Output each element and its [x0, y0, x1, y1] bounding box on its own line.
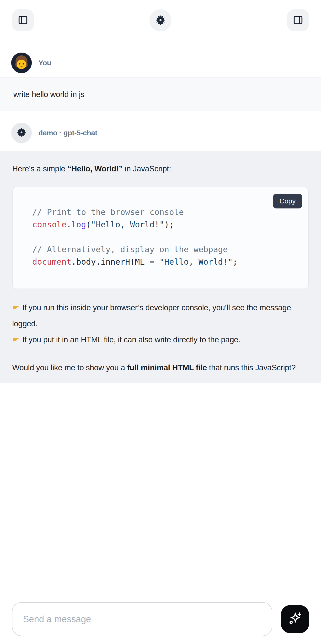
code-line: [32, 231, 295, 243]
user-avatar: [11, 52, 32, 73]
assistant-intro-text: Here’s a simple “Hello, World!” in JavaS…: [12, 163, 309, 175]
assistant-message-header: demo · gpt-5-chat: [0, 111, 321, 151]
user-message-body: write hello world in js: [0, 78, 321, 111]
app-logo-button[interactable]: [150, 9, 171, 31]
code-block: Copy // Print to the browser consolecons…: [12, 187, 309, 289]
chat-thread: You write hello world in js: [0, 41, 321, 383]
assistant-paragraph-question: Would you like me to show you a full min…: [12, 360, 309, 376]
top-bar: [0, 0, 321, 41]
code-line: document.body.innerHTML = "Hello, World!…: [32, 256, 295, 268]
sparkles-icon: [287, 611, 303, 628]
assistant-paragraph-tips: ☛ If you run this inside your browser’s …: [12, 300, 309, 348]
assistant-message-body: Here’s a simple “Hello, World!” in JavaS…: [0, 151, 321, 383]
user-sender-label: You: [38, 59, 51, 67]
code-content: // Print to the browser consoleconsole.l…: [32, 206, 295, 268]
starburst-icon: [16, 128, 26, 138]
code-line: // Print to the browser console: [32, 206, 295, 218]
composer-bar: [0, 594, 321, 644]
starburst-icon: [155, 14, 166, 26]
chat-app: You write hello world in js: [0, 0, 321, 644]
panel-right-icon: [293, 14, 304, 26]
message-input[interactable]: [12, 602, 272, 636]
sparkle-send-button[interactable]: [281, 605, 309, 633]
assistant-message: demo · gpt-5-chat Here’s a simple “Hello…: [0, 111, 321, 383]
right-panel-toggle-button[interactable]: [287, 9, 309, 31]
code-line: // Alternatively, display on the webpage: [32, 243, 295, 256]
copy-button[interactable]: Copy: [273, 194, 302, 208]
user-message-text: write hello world in js: [13, 88, 308, 100]
user-message-header: You: [0, 41, 321, 78]
assistant-sender-label: demo · gpt-5-chat: [38, 129, 97, 137]
sidebar-toggle-button[interactable]: [12, 9, 34, 31]
user-message: You write hello world in js: [0, 41, 321, 111]
pointing-hand-emoji: ☛: [12, 335, 19, 344]
assistant-avatar: [11, 123, 32, 143]
code-line: console.log("Hello, World!");: [32, 218, 295, 231]
pointing-hand-emoji: ☛: [12, 303, 19, 312]
panel-left-icon: [17, 14, 28, 26]
